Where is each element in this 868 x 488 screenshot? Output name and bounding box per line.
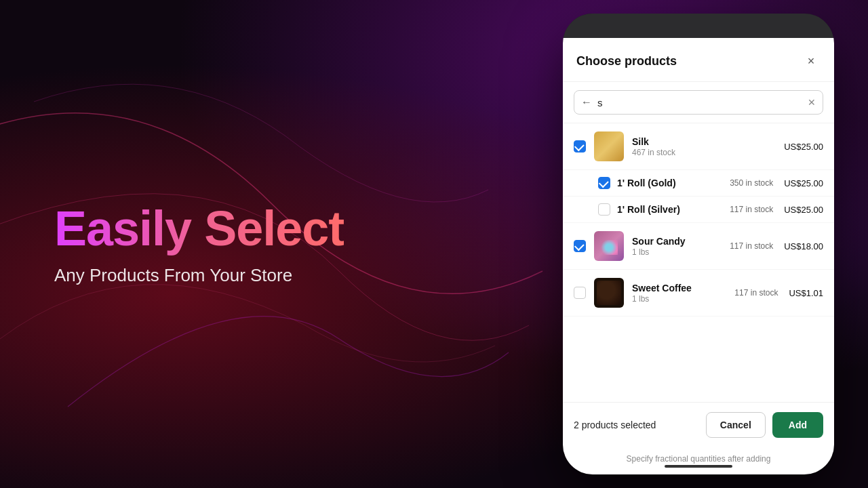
- sweet-coffee-meta: 1 lbs: [632, 294, 726, 304]
- silk-info: Silk 467 in stock: [632, 136, 776, 157]
- silk-meta: 467 in stock: [632, 148, 776, 157]
- clear-search-icon[interactable]: ✕: [808, 97, 816, 108]
- back-icon[interactable]: ←: [581, 96, 592, 108]
- cancel-button[interactable]: Cancel: [706, 412, 766, 438]
- modal-header: Choose products ×: [563, 38, 834, 82]
- silk-image: [594, 131, 624, 161]
- list-item: 1' Roll (Gold) 350 in stock US$25.00: [563, 170, 834, 197]
- sour-candy-info: Sour Candy 1 lbs: [632, 236, 722, 257]
- silk-price: US$25.00: [784, 142, 823, 152]
- phone-top-bar: [563, 14, 834, 38]
- silk-gold-price: US$25.00: [784, 178, 823, 188]
- product-list: Silk 467 in stock US$25.00 1' Roll (Gold…: [563, 123, 834, 402]
- modal-title: Choose products: [576, 54, 677, 68]
- search-bar: ← ✕: [574, 90, 823, 115]
- silk-silver-price: US$25.00: [784, 205, 823, 215]
- sour-candy-checkbox[interactable]: [574, 240, 586, 252]
- list-item: Sweet Coffee 1 lbs 117 in stock US$1.01: [563, 270, 834, 317]
- silk-gold-info: 1' Roll (Gold): [617, 178, 723, 188]
- sour-candy-image: [594, 231, 624, 261]
- hero-section: Easily Select Any Products From Your Sto…: [54, 202, 344, 286]
- add-button[interactable]: Add: [772, 412, 823, 438]
- silk-name: Silk: [632, 136, 776, 147]
- sour-candy-name: Sour Candy: [632, 236, 722, 247]
- sweet-coffee-info: Sweet Coffee 1 lbs: [632, 283, 726, 304]
- silk-silver-right: 117 in stock US$25.00: [730, 205, 823, 215]
- hero-title: Easily Select: [54, 202, 344, 256]
- choose-products-modal: Choose products × ← ✕: [563, 38, 834, 474]
- sweet-coffee-stock: 117 in stock: [734, 288, 778, 298]
- phone-frame: Choose products × ← ✕: [563, 14, 834, 474]
- search-input[interactable]: [597, 97, 802, 108]
- hint-text: Specify fractional quantities after addi…: [627, 454, 771, 464]
- sweet-coffee-right: 117 in stock US$1.01: [734, 288, 823, 298]
- modal-hint: Specify fractional quantities after addi…: [563, 447, 834, 474]
- footer-actions: Cancel Add: [706, 412, 823, 438]
- close-button[interactable]: ×: [802, 52, 821, 70]
- list-item: Silk 467 in stock US$25.00: [563, 123, 834, 170]
- home-indicator: [665, 465, 732, 468]
- search-container: ← ✕: [563, 82, 834, 123]
- list-item: 1' Roll (Silver) 117 in stock US$25.00: [563, 197, 834, 223]
- phone-wrapper: Choose products × ← ✕: [563, 0, 834, 488]
- hero-subtitle: Any Products From Your Store: [54, 265, 344, 286]
- silk-silver-checkbox[interactable]: [598, 203, 610, 216]
- sweet-coffee-checkbox[interactable]: [574, 287, 586, 299]
- sour-candy-stock: 117 in stock: [730, 241, 773, 251]
- close-icon: ×: [808, 54, 815, 68]
- silk-gold-checkbox[interactable]: [598, 177, 610, 189]
- silk-silver-stock: 117 in stock: [730, 205, 773, 214]
- sweet-coffee-price: US$1.01: [789, 288, 823, 298]
- selected-count: 2 products selected: [574, 420, 656, 430]
- sweet-coffee-image: [594, 278, 624, 308]
- sour-candy-price: US$18.00: [784, 241, 823, 251]
- list-item: Sour Candy 1 lbs 117 in stock US$18.00: [563, 223, 834, 270]
- silk-gold-name: 1' Roll (Gold): [617, 178, 723, 188]
- silk-silver-info: 1' Roll (Silver): [617, 204, 723, 215]
- sour-candy-right: 117 in stock US$18.00: [730, 241, 823, 251]
- sour-candy-meta: 1 lbs: [632, 247, 722, 257]
- silk-gold-stock: 350 in stock: [730, 178, 773, 188]
- modal-footer: 2 products selected Cancel Add: [563, 402, 834, 447]
- silk-silver-name: 1' Roll (Silver): [617, 204, 723, 215]
- sweet-coffee-name: Sweet Coffee: [632, 283, 726, 293]
- silk-right: US$25.00: [784, 142, 823, 152]
- silk-checkbox[interactable]: [574, 140, 586, 152]
- silk-gold-right: 350 in stock US$25.00: [730, 178, 823, 188]
